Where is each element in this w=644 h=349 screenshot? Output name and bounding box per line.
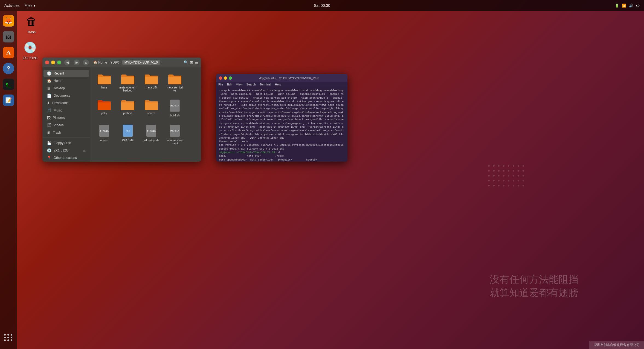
sidebar-item-recent[interactable]: 🕐 Recent — [43, 70, 89, 77]
folder-meta-openembedded[interactable]: meta-openembedded — [118, 72, 137, 93]
folder-meta-qt5[interactable]: meta-qt5 — [142, 72, 161, 93]
folder-metasemi-icon — [168, 73, 182, 85]
folder-poky[interactable]: poky — [95, 98, 114, 118]
files-menu[interactable]: Files ▾ — [24, 3, 35, 8]
term-line: ddj@ubuntu:~/YD9X/MYD-YD9X-SDK_V1.0$ cd — [219, 151, 345, 154]
videos-icon: 🎬 — [47, 123, 51, 127]
sidebar-item-other-locations[interactable]: 📍 Other Locations — [43, 154, 89, 161]
breadcrumb-home[interactable]: 🏠 Home — [93, 61, 107, 64]
sidebar-item-zx1[interactable]: 💿 ZX1 512G ⏏ — [43, 147, 89, 154]
folder-poky-icon — [97, 99, 111, 111]
file-env-sh[interactable]: #!/bin env.sh — [95, 122, 114, 146]
sidebar-item-music[interactable]: 🎵 Music — [43, 107, 89, 114]
breadcrumb-current[interactable]: MYD-YD9X-SDK_V1.0 — [122, 60, 160, 65]
topbar: Activities Files ▾ Sat 00:30 🔋 📶 🔊 ⏻ — [0, 0, 644, 11]
downloads-icon: ⬇ — [47, 101, 50, 105]
sidebar-item-downloads[interactable]: ⬇ Downloads — [43, 99, 89, 107]
dock-item-libreoffice[interactable]: 📝 — [1, 93, 16, 107]
desktop-trash-icon[interactable]: 🗑 Trash — [21, 14, 42, 34]
sd-setup-icon: #!/bin — [145, 124, 158, 138]
folder-base[interactable]: base — [95, 72, 114, 93]
pictures-icon: 🖼 — [47, 116, 51, 120]
desktop-drive-icon[interactable]: 💿 ZX1 512G — [19, 40, 41, 60]
files-icon: 🗂 — [5, 33, 11, 40]
svg-text:#!/bin: #!/bin — [100, 130, 109, 132]
term-line: meta-openembedded/ meta-semidrive/ prebu… — [219, 158, 345, 162]
term-menu-help[interactable]: Help — [275, 83, 281, 86]
sidebar-item-desktop[interactable]: 🖥 Desktop — [43, 85, 89, 92]
terminal-window: ddj@ubuntu: ~/YD9X/MYD-YD9X-SDK_V1.0 Fil… — [216, 74, 347, 162]
trash-icon-sidebar: 🗑 — [47, 130, 51, 135]
topbar-left: Activities Files ▾ — [4, 3, 36, 8]
dock-item-terminal[interactable]: $_ — [1, 77, 16, 91]
file-readme[interactable]: TXT README — [118, 122, 137, 146]
file-setup-environment[interactable]: #!/bin setup-environment — [165, 122, 184, 146]
floppy-icon: 💾 — [47, 141, 51, 145]
breadcrumb-yd9x[interactable]: YD9X — [110, 61, 119, 64]
fm-body: 🕐 Recent 🏠 Home 🖥 Desktop 📄 Documents ⬇ … — [42, 67, 201, 162]
documents-icon: 📄 — [47, 93, 51, 98]
folder-base-icon — [97, 73, 111, 85]
folder-metaoe-icon — [121, 73, 135, 85]
sidebar-item-home[interactable]: 🏠 Home — [43, 77, 89, 84]
zx1-icon: 💿 — [47, 148, 51, 153]
term-titlebar: ddj@ubuntu: ~/YD9X/MYD-YD9X-SDK_V1.0 — [216, 74, 347, 82]
help-icon: ? — [7, 65, 10, 72]
company-banner: 深圳市创鑫自动化设备有限公司 — [589, 341, 644, 349]
sidebar-item-floppy[interactable]: 💾 Floppy Disk — [43, 139, 89, 147]
volume-icon[interactable]: 🔊 — [629, 4, 633, 8]
term-body[interactable]: cxx-pch --enable-c99 --enable-clocale=gn… — [216, 87, 347, 162]
term-minimize-button[interactable] — [224, 76, 227, 80]
term-menu-view[interactable]: View — [236, 83, 243, 86]
script-env-icon: #!/bin — [98, 124, 111, 138]
folder-source[interactable]: source — [142, 98, 161, 118]
term-line: base/ meta-qt5/ .repo/ — [219, 154, 345, 158]
fm-toolbar-icons: 🔍 ⊞ ☰ — [184, 60, 198, 65]
file-build-sh[interactable]: #!/bin build.sh — [165, 98, 184, 118]
fm-minimize-button[interactable] — [51, 61, 55, 64]
eject-icon[interactable]: ⏏ — [83, 149, 86, 152]
svg-text:#!/bin: #!/bin — [170, 130, 179, 132]
sidebar-item-videos[interactable]: 🎬 Videos — [43, 122, 89, 129]
term-menu: File Edit View Search Terminal Help — [216, 82, 347, 87]
term-line: Thread model: posix — [219, 140, 345, 143]
search-icon[interactable]: 🔍 — [184, 60, 188, 65]
power-icon[interactable]: ⏻ — [636, 4, 640, 8]
terminal-icon: $_ — [5, 82, 11, 87]
sidebar-item-trash[interactable]: 🗑 Trash — [43, 129, 89, 136]
dock-item-firefox[interactable]: 🦊 — [1, 14, 16, 28]
fm-close-button[interactable] — [45, 61, 49, 64]
folder-prebuilt[interactable]: prebuilt — [118, 98, 137, 118]
file-sd-setup[interactable]: #!/bin sd_setup.sh — [142, 122, 161, 146]
activities-label[interactable]: Activities — [4, 3, 19, 8]
term-line: gcc version 7.3.1 20180425 [linaro-7.3-2… — [219, 143, 345, 151]
term-menu-terminal[interactable]: Terminal — [260, 83, 271, 86]
dock-item-files[interactable]: 🗂 — [1, 30, 16, 44]
term-close-button[interactable] — [219, 76, 222, 80]
sidebar-divider — [42, 137, 90, 138]
software-center-icon: A — [6, 49, 11, 56]
script-icon: #!/bin — [169, 99, 181, 113]
fm-back-button[interactable]: ◀ — [64, 59, 70, 65]
sidebar-item-pictures[interactable]: 🖼 Pictures — [43, 114, 89, 121]
term-maximize-button[interactable] — [229, 76, 232, 80]
wifi-icon: 📶 — [622, 4, 626, 8]
view-list-icon[interactable]: ☰ — [195, 60, 198, 65]
fm-content: base meta-openembedded meta-qt5 — [90, 67, 201, 162]
svg-text:TXT: TXT — [126, 130, 130, 132]
fm-maximize-button[interactable] — [57, 61, 61, 64]
fm-up-button[interactable]: ▲ — [83, 59, 89, 65]
term-menu-edit[interactable]: Edit — [227, 83, 232, 86]
view-grid-icon[interactable]: ⊞ — [190, 60, 193, 65]
term-menu-search[interactable]: Search — [246, 83, 256, 86]
folder-meta-semidrive[interactable]: meta-semidrive — [165, 72, 184, 93]
setup-env-icon: #!/bin — [169, 124, 181, 138]
grid-watermark: for(let i=0;i<40;i++) document.currentSc… — [488, 165, 526, 189]
term-menu-file[interactable]: File — [218, 83, 223, 86]
watermark: 没有任何方法能阻挡 就算知道爱都有翅膀 — [490, 273, 578, 300]
fm-forward-button[interactable]: ▶ — [74, 59, 80, 65]
sidebar-item-documents[interactable]: 📄 Documents — [43, 92, 89, 99]
app-grid-button[interactable] — [1, 330, 16, 345]
dock-item-help[interactable]: ? — [1, 61, 16, 76]
dock-item-software[interactable]: A — [1, 45, 16, 60]
